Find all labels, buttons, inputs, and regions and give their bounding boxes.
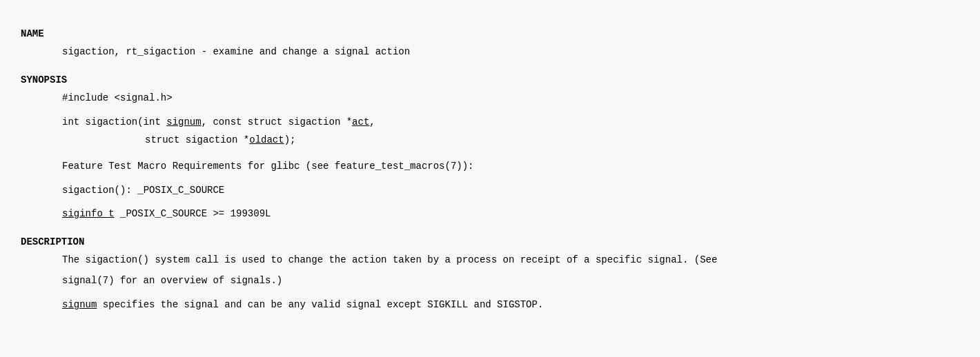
signum-ref: signum [62, 299, 97, 310]
name-header: NAME [21, 26, 959, 41]
description-section: DESCRIPTION The sigaction() system call … [21, 234, 959, 313]
func-signature-line2: struct sigaction *oldact); [21, 132, 959, 147]
signum-suffix: specifies the signal and can be any vali… [97, 299, 543, 310]
synopsis-section: SYNOPSIS #include <signal.h> int sigacti… [21, 72, 959, 222]
act-param: act [352, 116, 369, 127]
name-content: sigaction, rt_sigaction - examine and ch… [21, 44, 959, 59]
oldact-param: oldact [249, 134, 284, 145]
feature1-value: _POSIX_C_SOURCE [132, 185, 224, 196]
func-line1-text: int sigaction(int [62, 116, 166, 127]
include-line: #include <signal.h> [21, 90, 959, 105]
func-line2-text: struct sigaction * [145, 134, 249, 145]
feature1-label: sigaction(): [62, 185, 132, 196]
description-line1: The sigaction() system call is used to c… [21, 252, 959, 267]
name-section: NAME sigaction, rt_sigaction - examine a… [21, 26, 959, 60]
func-line1-rest: , const struct sigaction * [202, 116, 352, 127]
feature2-value: _POSIX_C_SOURCE >= 199309L [115, 208, 271, 219]
func-line2-end: ); [284, 134, 296, 145]
description-header: DESCRIPTION [21, 234, 959, 249]
description-line2: signal(7) for an overview of signals.) [21, 273, 959, 288]
signum-param: signum [166, 116, 201, 127]
func-signature-line1: int sigaction(int signum, const struct s… [21, 114, 959, 130]
siginfo-t-label: siginfo_t [62, 208, 115, 219]
feature-test-header: Feature Test Macro Requirements for glib… [21, 159, 959, 174]
feature1-line: sigaction(): _POSIX_C_SOURCE [21, 183, 959, 198]
feature2-line: siginfo_t _POSIX_C_SOURCE >= 199309L [21, 206, 959, 221]
description-line3: signum specifies the signal and can be a… [21, 297, 959, 312]
man-page: NAME sigaction, rt_sigaction - examine a… [21, 26, 959, 312]
func-line1-comma: , [369, 116, 375, 127]
synopsis-header: SYNOPSIS [21, 72, 959, 88]
